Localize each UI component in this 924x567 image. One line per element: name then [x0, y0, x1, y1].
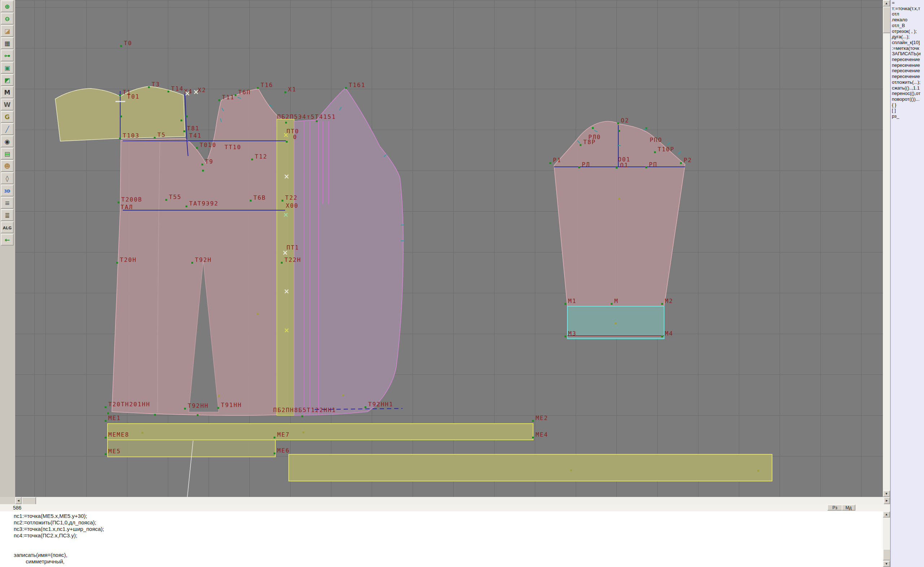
scroll-down-arrow-icon[interactable]: ▼	[883, 490, 890, 497]
garment-sketch-glyph: ◊	[6, 175, 9, 182]
three-d-icon[interactable]: 3D	[1, 185, 14, 197]
code-line[interactable]: пс1:=точка(МЕ5.х,МЕ5.у+30);	[14, 513, 883, 519]
function-list-item[interactable]: отложить(...);	[891, 80, 924, 85]
measure-segment-glyph: ⊶	[4, 52, 10, 59]
function-list-item[interactable]: отрезок( , );	[891, 29, 924, 34]
ruler-icon[interactable]: ╱	[1, 123, 14, 135]
books-glyph: ≣	[5, 212, 10, 219]
piece-dress-back[interactable]	[294, 88, 403, 415]
function-list-panel: =т:=точка(т.х,тотллекалоотл_Вотрезок( , …	[890, 0, 924, 567]
pattern-marker-glyph: ◩	[4, 77, 10, 84]
pattern-m-glyph: M	[4, 89, 10, 96]
function-list-item[interactable]: т:=точка(т.х,т	[891, 6, 924, 12]
function-list-item[interactable]: дуга(...);	[891, 34, 924, 40]
function-list-item[interactable]: [ ]	[891, 108, 924, 113]
pattern-piece-glyph: ◪	[4, 27, 10, 35]
function-list-item[interactable]: поворот(())...	[891, 96, 924, 102]
image-glyph: ▣	[4, 64, 10, 72]
clear-broom-glyph: ←	[5, 236, 10, 244]
measure-segment-icon[interactable]: ⊶	[1, 50, 14, 62]
camera-icon[interactable]: ◉	[1, 135, 14, 147]
piece-center-band[interactable]	[277, 119, 294, 415]
code-line[interactable]: пс4:=точка(ПС2.х,ПС3.у);	[14, 532, 883, 539]
piece-belt-1[interactable]	[108, 424, 533, 440]
function-list-item[interactable]: отл	[891, 11, 924, 17]
editor-scroll-down-icon[interactable]: ▼	[883, 561, 890, 567]
books-icon[interactable]: ≣	[1, 209, 14, 221]
report-table-icon[interactable]: ▤	[1, 148, 14, 159]
pattern-g-glyph: G	[5, 113, 10, 120]
grid-glyph: ▦	[4, 40, 10, 47]
pattern-marker-icon[interactable]: ◩	[1, 74, 14, 86]
function-list-item[interactable]: сплайн_к[10]	[891, 40, 924, 45]
ruler-glyph: ╱	[5, 126, 9, 133]
line-number: 586	[13, 505, 21, 511]
code-line[interactable]	[14, 539, 883, 545]
function-list-item[interactable]: рз_	[891, 113, 924, 119]
cad-window: ⊕⊖◪▦⊶▣◩MWG╱◉▤☻◊3D≡≣ALG←	[0, 0, 924, 567]
code-line[interactable]: пс2:=отложить(ПС1,0,дл_пояса);	[14, 519, 883, 526]
piece-cuff[interactable]	[567, 306, 664, 339]
status-bar: 586 Рз Мд	[0, 504, 890, 512]
function-list-item[interactable]: пересечение	[891, 68, 924, 74]
zoom-out-glyph: ⊖	[5, 15, 10, 23]
zoom-in-icon[interactable]: ⊕	[1, 0, 14, 12]
compass-w-icon[interactable]: W	[1, 99, 14, 111]
report-table-glyph: ▤	[4, 150, 10, 158]
function-list-item[interactable]: ЗАПИСАТЬ(и	[891, 51, 924, 57]
function-list-item[interactable]: лекало	[891, 17, 924, 23]
portrait-icon[interactable]: ☻	[1, 160, 14, 172]
garment-sketch-icon[interactable]: ◊	[1, 172, 14, 184]
code-line[interactable]: записать(имя=(пояс),	[14, 552, 883, 558]
portrait-glyph: ☻	[4, 162, 10, 170]
scroll-right-arrow-icon[interactable]: ►	[884, 497, 890, 504]
notes-list-glyph: ≡	[5, 199, 10, 207]
grid-icon[interactable]: ▦	[1, 37, 14, 49]
pattern-piece-icon[interactable]: ◪	[1, 25, 14, 37]
function-list-item[interactable]: перенос((),от	[891, 91, 924, 96]
function-list-item[interactable]: сжать(()..,1.1	[891, 85, 924, 91]
formula-editor[interactable]: пс1:=точка(МЕ5.х,МЕ5.у+30);пс2:=отложить…	[0, 511, 883, 567]
pattern-g-icon[interactable]: G	[1, 111, 14, 123]
image-icon[interactable]: ▣	[1, 62, 14, 74]
editor-scrollbar[interactable]: ▲ ▼	[883, 511, 890, 567]
three-d-glyph: 3D	[4, 189, 10, 194]
piece-sleeve[interactable]	[554, 121, 685, 306]
alg-icon[interactable]: ALG	[1, 221, 14, 233]
scroll-up-arrow-icon[interactable]: ▲	[883, 0, 890, 6]
canvas-vertical-scrollbar[interactable]: ▲ ▼	[883, 0, 890, 497]
pattern-m-icon[interactable]: M	[1, 86, 14, 98]
function-list-item[interactable]: :=метка(точк	[891, 45, 924, 51]
pattern-drawing	[15, 0, 883, 497]
scroll-left-arrow-icon[interactable]: ◄	[15, 497, 22, 504]
drawing-canvas[interactable]: Т0Т3Т1Т01Т14Х4Х2Т81Т41Т103Т5Т010ТТ10Т16Х…	[15, 0, 883, 497]
md-button[interactable]: Мд	[842, 505, 855, 511]
alg-glyph: ALG	[3, 226, 12, 230]
camera-glyph: ◉	[5, 138, 10, 145]
function-list-item[interactable]: отл_В	[891, 23, 924, 29]
function-list-item[interactable]: { }	[891, 102, 924, 108]
compass-w-glyph: W	[4, 101, 11, 108]
rz-button[interactable]: Рз	[827, 505, 842, 511]
canvas-horizontal-scrollbar[interactable]: ◄ ►	[15, 497, 890, 504]
function-list-item[interactable]: =	[891, 0, 924, 6]
code-line[interactable]	[14, 545, 883, 552]
notes-list-icon[interactable]: ≡	[1, 197, 14, 209]
function-list-item[interactable]: пересечение	[891, 57, 924, 62]
editor-scroll-up-icon[interactable]: ▲	[883, 511, 890, 517]
function-list-item[interactable]: пересечение	[891, 74, 924, 80]
left-toolbar: ⊕⊖◪▦⊶▣◩MWG╱◉▤☻◊3D≡≣ALG←	[0, 0, 15, 497]
piece-belt-3[interactable]	[289, 454, 772, 481]
code-line[interactable]: симметричный,	[14, 558, 883, 565]
clear-broom-icon[interactable]: ←	[1, 234, 14, 245]
function-list-item[interactable]: пересечение	[891, 62, 924, 68]
zoom-out-icon[interactable]: ⊖	[1, 13, 14, 24]
zoom-in-glyph: ⊕	[5, 3, 10, 10]
code-line[interactable]: пс3:=точка(пс1.х,пс1.у+шир_пояса);	[14, 526, 883, 532]
